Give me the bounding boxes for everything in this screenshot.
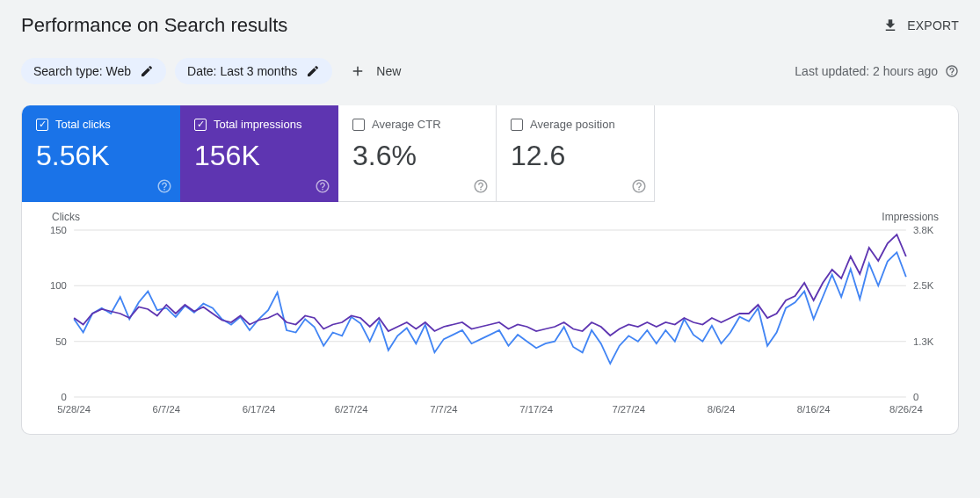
svg-text:50: 50: [55, 336, 67, 347]
page-title: Performance on Search results: [21, 14, 287, 37]
svg-text:7/27/24: 7/27/24: [612, 404, 645, 415]
line-chart: 00501.3K1002.5K1503.8K5/28/246/7/246/17/…: [38, 225, 942, 418]
help-icon[interactable]: [473, 178, 489, 194]
tile-label: Average position: [530, 118, 615, 131]
svg-text:7/7/24: 7/7/24: [430, 404, 457, 415]
tile-label: Total impressions: [214, 118, 301, 131]
tile-total-clicks[interactable]: Total clicks 5.56K: [22, 105, 180, 202]
add-filter-button[interactable]: New: [341, 58, 410, 84]
help-icon[interactable]: [156, 178, 172, 194]
tile-value: 3.6%: [352, 140, 482, 172]
filter-search-type-label: Search type: Web: [33, 64, 131, 78]
export-label: EXPORT: [907, 18, 959, 32]
svg-text:0: 0: [62, 392, 67, 402]
svg-text:5/28/24: 5/28/24: [57, 404, 91, 415]
download-icon: [882, 18, 898, 33]
checkbox-icon: [194, 119, 207, 131]
filter-search-type[interactable]: Search type: Web: [21, 58, 166, 84]
checkbox-icon: [511, 119, 523, 131]
svg-text:6/27/24: 6/27/24: [335, 404, 368, 415]
svg-text:100: 100: [50, 280, 67, 291]
checkbox-icon: [36, 119, 48, 131]
svg-text:6/7/24: 6/7/24: [153, 404, 180, 415]
svg-text:3.8K: 3.8K: [913, 225, 934, 235]
y-right-axis-label: Impressions: [882, 211, 939, 223]
help-icon[interactable]: [631, 178, 647, 194]
tile-label: Average CTR: [372, 118, 441, 131]
y-left-axis-label: Clicks: [52, 211, 80, 223]
help-icon[interactable]: [315, 178, 330, 194]
help-icon[interactable]: [945, 64, 959, 78]
svg-text:2.5K: 2.5K: [913, 280, 934, 291]
svg-text:8/26/24: 8/26/24: [889, 404, 923, 415]
filter-date-label: Date: Last 3 months: [187, 64, 297, 78]
metric-tiles: Total clicks 5.56K Total impressions 156…: [22, 105, 958, 202]
tile-label: Total clicks: [55, 118, 111, 131]
chart-area: Clicks Impressions 00501.3K1002.5K1503.8…: [22, 202, 958, 434]
tile-value: 12.6: [511, 140, 640, 172]
svg-text:8/16/24: 8/16/24: [797, 404, 831, 415]
tile-value: 5.56K: [36, 140, 165, 172]
last-updated-text: Last updated: 2 hours ago: [795, 64, 938, 78]
svg-text:7/17/24: 7/17/24: [519, 404, 553, 415]
filter-date[interactable]: Date: Last 3 months: [175, 58, 332, 84]
plus-icon: [350, 63, 366, 79]
export-button[interactable]: EXPORT: [882, 18, 959, 33]
svg-text:150: 150: [50, 225, 67, 235]
tile-total-impressions[interactable]: Total impressions 156K: [180, 105, 338, 202]
pencil-icon: [306, 64, 320, 78]
svg-text:8/6/24: 8/6/24: [708, 404, 735, 415]
tile-average-position[interactable]: Average position 12.6: [497, 105, 655, 202]
svg-text:0: 0: [913, 392, 918, 402]
performance-card: Total clicks 5.56K Total impressions 156…: [21, 105, 959, 435]
pencil-icon: [140, 64, 154, 78]
last-updated: Last updated: 2 hours ago: [795, 64, 959, 78]
svg-text:6/17/24: 6/17/24: [243, 404, 276, 415]
checkbox-icon: [352, 119, 365, 131]
svg-text:1.3K: 1.3K: [913, 336, 934, 347]
tile-average-ctr[interactable]: Average CTR 3.6%: [338, 105, 497, 202]
tile-value: 156K: [194, 140, 323, 172]
add-filter-label: New: [376, 64, 401, 78]
